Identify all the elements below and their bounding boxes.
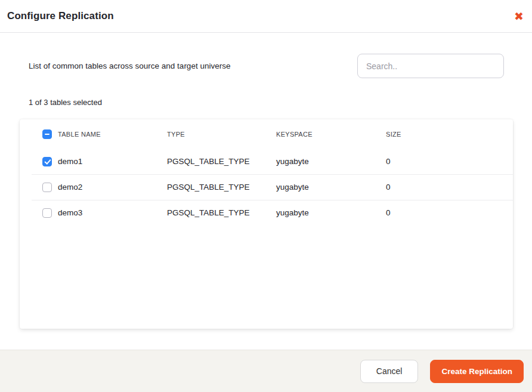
modal-footer: Cancel Create Replication	[0, 350, 532, 392]
modal-body: List of common tables across source and …	[0, 54, 532, 329]
row-checkbox[interactable]	[42, 183, 52, 192]
column-header-keyspace: KEYSPACE	[276, 131, 386, 138]
cell-size: 0	[386, 157, 513, 166]
column-header-size: SIZE	[386, 131, 513, 138]
configure-replication-modal: Configure Replication ✖ List of common t…	[0, 0, 532, 392]
create-replication-button[interactable]: Create Replication	[430, 360, 524, 383]
table-row[interactable]: demo3 PGSQL_TABLE_TYPE yugabyte 0	[20, 200, 513, 226]
cell-size: 0	[386, 208, 513, 217]
body-top-row: List of common tables across source and …	[29, 54, 504, 78]
column-header-table-name: TABLE NAME	[58, 131, 167, 138]
row-checkbox[interactable]	[42, 157, 52, 166]
modal-header: Configure Replication ✖	[0, 0, 532, 33]
cell-table-name: demo3	[58, 208, 167, 217]
select-all-checkbox[interactable]	[42, 129, 52, 139]
tables-card: TABLE NAME TYPE KEYSPACE SIZE demo1 PGSQ…	[20, 119, 513, 329]
cell-type: PGSQL_TABLE_TYPE	[167, 208, 276, 217]
description-text: List of common tables across source and …	[29, 61, 230, 70]
cell-size: 0	[386, 183, 513, 192]
table-row[interactable]: demo2 PGSQL_TABLE_TYPE yugabyte 0	[20, 174, 513, 200]
cell-keyspace: yugabyte	[276, 157, 386, 166]
cell-type: PGSQL_TABLE_TYPE	[167, 157, 276, 166]
close-icon[interactable]: ✖	[514, 11, 524, 22]
modal-title: Configure Replication	[7, 10, 114, 22]
table-row[interactable]: demo1 PGSQL_TABLE_TYPE yugabyte 0	[20, 149, 513, 174]
selection-summary: 1 of 3 tables selected	[29, 98, 503, 107]
row-checkbox[interactable]	[42, 208, 52, 218]
cell-keyspace: yugabyte	[276, 183, 386, 192]
cell-table-name: demo2	[58, 183, 167, 192]
table-header-row: TABLE NAME TYPE KEYSPACE SIZE	[20, 119, 513, 149]
cancel-button[interactable]: Cancel	[360, 360, 419, 383]
column-header-type: TYPE	[167, 131, 276, 138]
cell-type: PGSQL_TABLE_TYPE	[167, 183, 276, 192]
table-body: demo1 PGSQL_TABLE_TYPE yugabyte 0 demo2 …	[20, 149, 513, 226]
search-input[interactable]	[357, 54, 504, 78]
cell-table-name: demo1	[58, 157, 167, 166]
cell-keyspace: yugabyte	[276, 208, 386, 217]
